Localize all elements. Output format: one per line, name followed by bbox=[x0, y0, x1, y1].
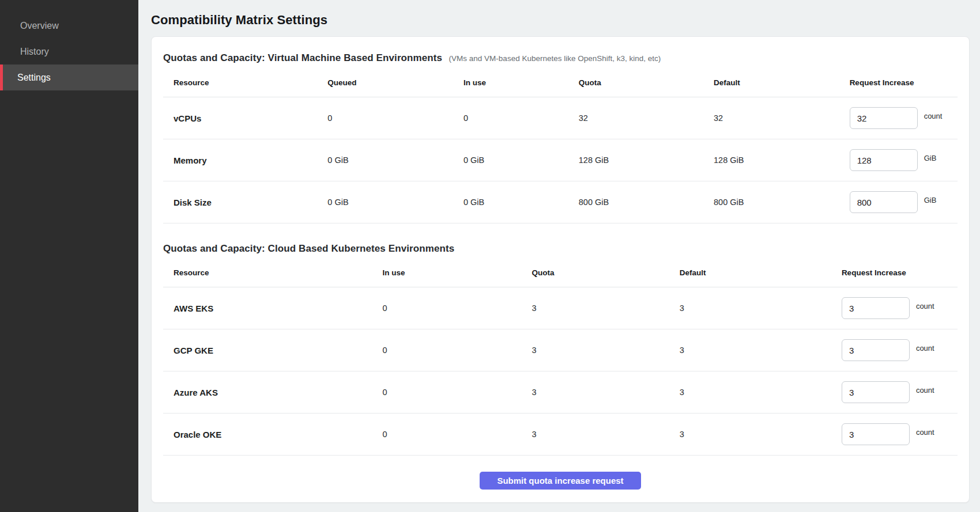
in-use-value: 0 bbox=[372, 287, 521, 329]
table-row-aws-eks: AWS EKS 0 3 3 count bbox=[163, 287, 958, 329]
aws-eks-request-input[interactable] bbox=[842, 297, 910, 319]
column-header-in-use: In use bbox=[453, 66, 568, 97]
cloud-table-header-row: Resource In use Quota Default Request In… bbox=[163, 256, 958, 287]
unit-label: count bbox=[916, 302, 934, 310]
in-use-value: 0 GiB bbox=[453, 181, 568, 223]
default-value: 128 GiB bbox=[703, 139, 839, 181]
column-header-resource: Resource bbox=[163, 256, 372, 287]
queued-value: 0 bbox=[317, 97, 453, 139]
table-row-vcpus: vCPUs 0 0 32 32 count bbox=[163, 97, 958, 139]
cloud-section-title: Quotas and Capacity: Cloud Based Kuberne… bbox=[163, 243, 454, 254]
submit-row: Submit quota increase request bbox=[163, 456, 958, 490]
unit-label: count bbox=[916, 344, 934, 352]
in-use-value: 0 bbox=[372, 371, 521, 414]
unit-label: count bbox=[916, 428, 934, 437]
default-value: 800 GiB bbox=[703, 181, 839, 223]
table-row-disk-size: Disk Size 0 GiB 0 GiB 800 GiB 800 GiB Gi… bbox=[163, 181, 958, 223]
default-value: 3 bbox=[669, 371, 831, 414]
sidebar: Overview History Settings bbox=[0, 0, 138, 512]
settings-card: Quotas and Capacity: Virtual Machine Bas… bbox=[151, 36, 970, 503]
column-header-queued: Queued bbox=[317, 66, 453, 97]
quota-value: 800 GiB bbox=[568, 181, 703, 223]
default-value: 3 bbox=[669, 414, 831, 456]
queued-value: 0 GiB bbox=[317, 181, 453, 223]
in-use-value: 0 bbox=[372, 329, 521, 371]
quota-value: 128 GiB bbox=[568, 139, 703, 181]
quota-value: 3 bbox=[521, 287, 669, 329]
unit-label: GiB bbox=[924, 196, 937, 204]
in-use-value: 0 bbox=[453, 97, 568, 139]
unit-label: count bbox=[916, 386, 934, 395]
submit-quota-increase-button[interactable]: Submit quota increase request bbox=[480, 472, 641, 490]
table-row-oracle-oke: Oracle OKE 0 3 3 count bbox=[163, 414, 958, 456]
sidebar-item-settings[interactable]: Settings bbox=[0, 65, 138, 90]
in-use-value: 0 bbox=[372, 414, 521, 456]
column-header-in-use: In use bbox=[372, 256, 521, 287]
in-use-value: 0 GiB bbox=[453, 139, 568, 181]
vm-section-header: Quotas and Capacity: Virtual Machine Bas… bbox=[163, 51, 958, 66]
queued-value: 0 GiB bbox=[317, 139, 453, 181]
vm-quota-table: Resource Queued In use Quota Default Req… bbox=[163, 66, 958, 223]
column-header-resource: Resource bbox=[163, 66, 317, 97]
oracle-oke-request-input[interactable] bbox=[842, 423, 910, 445]
quota-value: 32 bbox=[568, 97, 703, 139]
resource-name: Memory bbox=[163, 139, 317, 181]
unit-label: count bbox=[924, 112, 943, 120]
page-title: Compatibility Matrix Settings bbox=[151, 12, 970, 29]
quota-value: 3 bbox=[521, 329, 669, 371]
unit-label: GiB bbox=[924, 154, 937, 162]
column-header-default: Default bbox=[703, 66, 839, 97]
quota-value: 3 bbox=[521, 371, 669, 414]
resource-name: AWS EKS bbox=[163, 287, 372, 329]
cloud-section-header: Quotas and Capacity: Cloud Based Kuberne… bbox=[163, 242, 958, 256]
vcpus-request-input[interactable] bbox=[850, 107, 918, 129]
default-value: 3 bbox=[669, 329, 831, 371]
column-header-quota: Quota bbox=[568, 66, 703, 97]
resource-name: Disk Size bbox=[163, 181, 317, 223]
resource-name: Azure AKS bbox=[163, 371, 372, 414]
table-row-memory: Memory 0 GiB 0 GiB 128 GiB 128 GiB GiB bbox=[163, 139, 958, 181]
vm-section-title: Quotas and Capacity: Virtual Machine Bas… bbox=[163, 52, 442, 63]
column-header-request-increase: Request Increase bbox=[839, 66, 958, 97]
cloud-quota-table: Resource In use Quota Default Request In… bbox=[163, 256, 958, 456]
main-content: Compatibility Matrix Settings Quotas and… bbox=[138, 0, 980, 512]
column-header-default: Default bbox=[669, 256, 831, 287]
table-row-gcp-gke: GCP GKE 0 3 3 count bbox=[163, 329, 958, 371]
vm-section-subtitle: (VMs and VM-based Kubernetes like OpenSh… bbox=[449, 54, 661, 63]
sidebar-item-overview[interactable]: Overview bbox=[0, 13, 138, 39]
table-row-azure-aks: Azure AKS 0 3 3 count bbox=[163, 371, 958, 414]
vm-table-header-row: Resource Queued In use Quota Default Req… bbox=[163, 66, 958, 97]
gcp-gke-request-input[interactable] bbox=[842, 339, 910, 361]
default-value: 32 bbox=[703, 97, 839, 139]
sidebar-item-history[interactable]: History bbox=[0, 39, 138, 65]
resource-name: vCPUs bbox=[163, 97, 317, 139]
disk-size-request-input[interactable] bbox=[850, 191, 918, 213]
memory-request-input[interactable] bbox=[850, 149, 918, 171]
quota-value: 3 bbox=[521, 414, 669, 456]
column-header-request-increase: Request Increase bbox=[831, 256, 958, 287]
resource-name: Oracle OKE bbox=[163, 414, 372, 456]
default-value: 3 bbox=[669, 287, 831, 329]
resource-name: GCP GKE bbox=[163, 329, 372, 371]
azure-aks-request-input[interactable] bbox=[842, 381, 910, 403]
column-header-quota: Quota bbox=[521, 256, 669, 287]
